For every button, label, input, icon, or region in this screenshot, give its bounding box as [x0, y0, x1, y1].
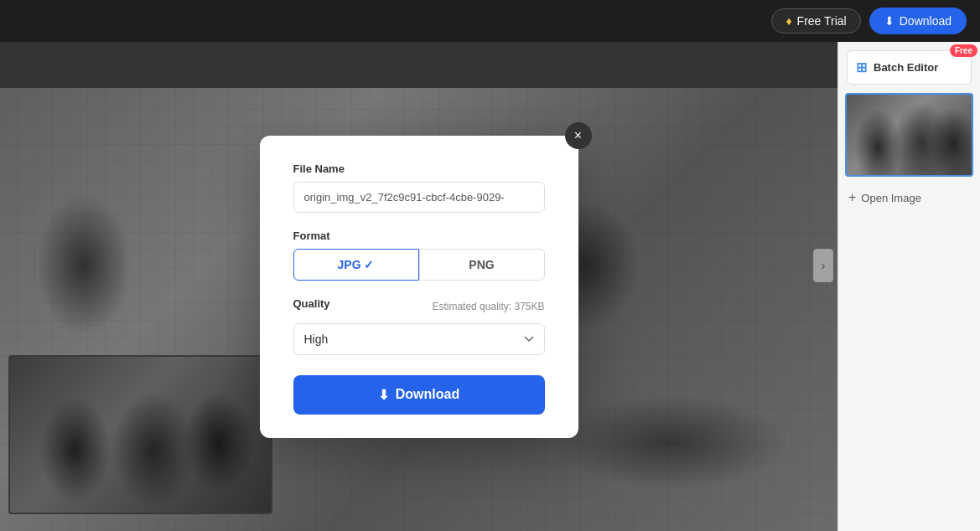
- free-trial-button[interactable]: ♦ Free Trial: [771, 8, 860, 34]
- header: ♦ Free Trial ⬇ Download: [0, 0, 980, 42]
- batch-editor-button[interactable]: Free ⊞ Batch Editor: [847, 50, 972, 85]
- header-download-button[interactable]: ⬇ Download: [869, 8, 967, 34]
- free-badge: Free: [950, 44, 977, 57]
- format-png-button[interactable]: PNG: [419, 249, 545, 281]
- quality-header: Quality Estimated quality: 375KB: [293, 297, 545, 317]
- format-button-group: JPG PNG: [293, 249, 545, 281]
- download-modal: × File Name Format JPG PNG Quality Estim…: [260, 136, 578, 438]
- download-icon: ⬇: [378, 387, 389, 403]
- modal-download-button[interactable]: ⬇ Download: [293, 375, 545, 415]
- format-label: Format: [293, 229, 545, 242]
- modal-download-label: Download: [396, 387, 459, 402]
- right-sidebar: Free ⊞ Batch Editor + Open Image: [837, 42, 980, 531]
- sidebar-image-thumbnail[interactable]: [845, 93, 973, 177]
- modal-close-button[interactable]: ×: [565, 122, 592, 149]
- free-trial-label: Free Trial: [797, 14, 847, 28]
- close-icon: ×: [574, 128, 582, 143]
- estimated-quality-text: Estimated quality: 375KB: [432, 301, 544, 312]
- header-download-label: Download: [900, 14, 951, 28]
- diamond-icon: ♦: [786, 14, 791, 28]
- open-image-label: Open Image: [861, 192, 921, 204]
- plus-icon: +: [848, 190, 856, 205]
- quality-select[interactable]: High Medium Low: [293, 323, 545, 355]
- download-arrow-icon: ⬇: [884, 14, 894, 28]
- file-name-input[interactable]: [293, 182, 545, 213]
- format-jpg-button[interactable]: JPG: [293, 249, 419, 281]
- batch-editor-label: Batch Editor: [874, 61, 938, 74]
- batch-editor-icon: ⊞: [856, 59, 867, 75]
- sidebar-thumbnail-figures: [847, 95, 972, 175]
- format-section: Format JPG PNG: [293, 229, 545, 281]
- quality-section: Quality Estimated quality: 375KB High Me…: [293, 297, 545, 355]
- file-name-label: File Name: [293, 162, 545, 175]
- modal-overlay: × File Name Format JPG PNG Quality Estim…: [0, 42, 837, 531]
- open-image-button[interactable]: + Open Image: [838, 183, 980, 212]
- quality-label: Quality: [293, 297, 330, 310]
